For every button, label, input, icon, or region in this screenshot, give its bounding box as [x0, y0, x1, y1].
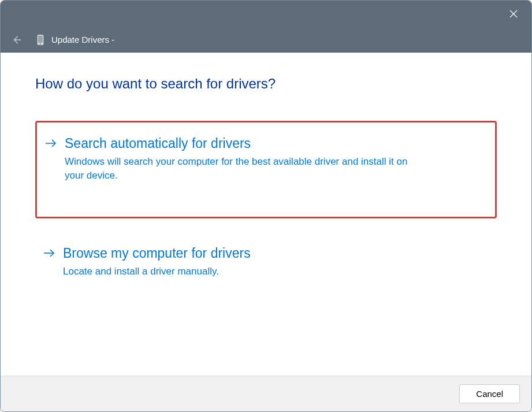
- option-title: Search automatically for drivers: [65, 135, 483, 153]
- option-text-block: Browse my computer for drivers Locate an…: [63, 245, 485, 279]
- cancel-button[interactable]: Cancel: [459, 384, 520, 403]
- svg-point-5: [40, 43, 41, 44]
- option-search-automatically[interactable]: Search automatically for drivers Windows…: [35, 121, 497, 218]
- option-description: Windows will search your computer for th…: [65, 155, 423, 183]
- titlebar-top: [1, 1, 531, 27]
- titlebar-sub: Update Drivers -: [1, 27, 531, 53]
- option-title: Browse my computer for drivers: [63, 245, 485, 262]
- option-text-block: Search automatically for drivers Windows…: [65, 135, 483, 182]
- arrow-right-icon: [43, 248, 55, 260]
- close-button[interactable]: [500, 1, 527, 27]
- option-browse-computer[interactable]: Browse my computer for drivers Locate an…: [35, 232, 497, 291]
- svg-rect-4: [38, 36, 43, 43]
- option-description: Locate and install a driver manually.: [63, 265, 421, 279]
- back-button[interactable]: [11, 34, 23, 46]
- back-arrow-icon: [12, 35, 22, 45]
- update-drivers-dialog: Update Drivers - How do you want to sear…: [0, 0, 532, 412]
- device-icon: [36, 34, 44, 46]
- window-title: Update Drivers -: [51, 35, 114, 44]
- dialog-footer: Cancel: [1, 376, 531, 411]
- dialog-content: How do you want to search for drivers? S…: [1, 53, 531, 376]
- close-icon: [509, 10, 518, 18]
- arrow-right-icon: [45, 139, 57, 150]
- page-heading: How do you want to search for drivers?: [35, 76, 497, 92]
